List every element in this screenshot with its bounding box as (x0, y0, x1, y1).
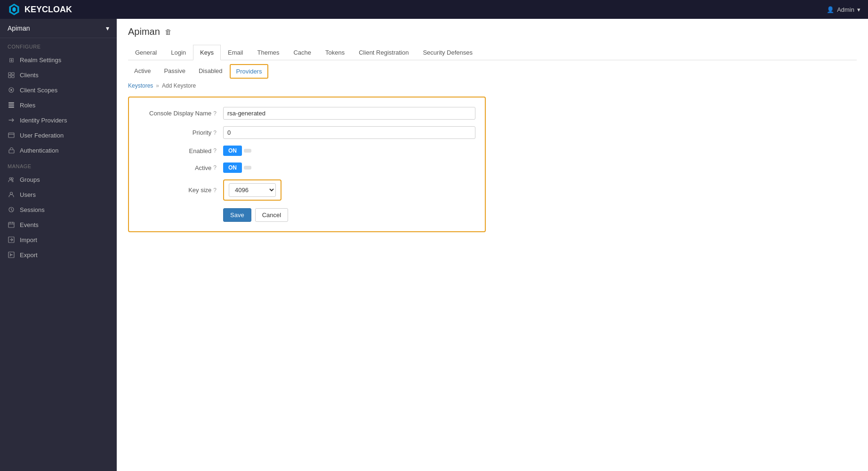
subtab-providers[interactable]: Providers (230, 64, 269, 79)
svg-rect-14 (9, 150, 14, 153)
main-layout: Apiman ▾ Configure ⊞ Realm Settings Clie… (0, 19, 868, 471)
sidebar-item-label: User Federation (20, 132, 64, 139)
key-size-label: Key size ? (138, 187, 223, 194)
sidebar-item-sessions[interactable]: Sessions (0, 202, 117, 217)
tab-cache[interactable]: Cache (286, 45, 318, 60)
user-icon (8, 191, 15, 198)
export-icon (8, 251, 15, 259)
import-icon (8, 236, 15, 244)
tabs-row: General Login Keys Email Themes Cache To… (128, 45, 857, 60)
svg-rect-4 (12, 73, 14, 75)
sidebar-item-realm-settings[interactable]: ⊞ Realm Settings (0, 52, 117, 67)
tab-themes[interactable]: Themes (250, 45, 286, 60)
sidebar-item-label: Client Scopes (20, 87, 57, 94)
manage-section-title: Manage (0, 158, 117, 172)
tab-login[interactable]: Login (164, 45, 193, 60)
sidebar-item-label: Export (20, 252, 38, 259)
sidebar-item-label: Realm Settings (20, 57, 61, 64)
svg-point-16 (11, 178, 13, 179)
enabled-row: Enabled ? ON (138, 146, 475, 156)
sidebar-item-identity-providers[interactable]: Identity Providers (0, 113, 117, 128)
subtabs-row: Active Passive Disabled Providers (128, 64, 857, 79)
groups-icon (8, 176, 15, 183)
sidebar-item-clients[interactable]: Clients (0, 67, 117, 82)
content-inner: Apiman 🗑 General Login Keys Email Themes… (117, 19, 868, 240)
sidebar-item-label: Authentication (20, 147, 58, 154)
enabled-label: Enabled ? (138, 147, 223, 154)
enabled-toggle-on-button[interactable]: ON (223, 146, 242, 156)
sidebar-item-client-scopes[interactable]: Client Scopes (0, 82, 117, 97)
grid-icon: ⊞ (8, 56, 15, 64)
identity-providers-icon (8, 116, 15, 124)
sidebar-item-label: Import (20, 236, 37, 244)
keycloak-logo-icon (8, 3, 21, 16)
sidebar: Apiman ▾ Configure ⊞ Realm Settings Clie… (0, 19, 117, 471)
svg-rect-5 (8, 75, 11, 78)
brand-text: KEYCLOAK (24, 5, 72, 15)
active-toggle-wrap: ON (223, 162, 251, 173)
tab-security-defenses[interactable]: Security Defenses (416, 45, 480, 60)
svg-rect-12 (8, 133, 14, 138)
sidebar-item-label: Sessions (20, 206, 45, 213)
tab-client-registration[interactable]: Client Registration (352, 45, 416, 60)
key-size-select-wrap: 1024 2048 4096 (223, 179, 281, 201)
user-menu[interactable]: 👤 Admin ▾ (827, 6, 860, 13)
priority-label: Priority ? (138, 129, 223, 136)
subtab-passive[interactable]: Passive (158, 64, 192, 79)
enabled-toggle-wrap: ON (223, 146, 251, 156)
svg-rect-19 (8, 222, 14, 227)
key-size-help-icon[interactable]: ? (213, 187, 217, 194)
tab-keys[interactable]: Keys (193, 45, 221, 60)
realm-selector[interactable]: Apiman ▾ (0, 19, 117, 38)
active-toggle-off-button[interactable] (244, 166, 251, 170)
sidebar-item-label: Users (20, 191, 36, 198)
tab-tokens[interactable]: Tokens (318, 45, 352, 60)
sidebar-item-authentication[interactable]: Authentication (0, 143, 117, 158)
delete-realm-button[interactable]: 🗑 (165, 28, 172, 36)
keystore-form: Console Display Name ? Priority ? (128, 97, 486, 232)
lock-icon (8, 146, 15, 154)
active-toggle-on-button[interactable]: ON (223, 162, 242, 173)
sidebar-item-user-federation[interactable]: User Federation (0, 128, 117, 143)
save-button[interactable]: Save (223, 208, 251, 222)
sidebar-item-events[interactable]: Events (0, 217, 117, 232)
user-icon: 👤 (827, 6, 834, 13)
priority-row: Priority ? (138, 126, 475, 139)
form-actions: Save Cancel (138, 208, 475, 222)
breadcrumb: Keystores » Add Keystore (128, 82, 857, 89)
sidebar-item-groups[interactable]: Groups (0, 172, 117, 187)
sidebar-item-label: Roles (20, 102, 35, 109)
sidebar-item-export[interactable]: Export (0, 247, 117, 262)
console-display-name-input[interactable] (223, 107, 475, 120)
key-size-select[interactable]: 1024 2048 4096 (229, 183, 276, 197)
subtab-disabled[interactable]: Disabled (193, 64, 229, 79)
priority-help-icon[interactable]: ? (213, 130, 217, 136)
tab-general[interactable]: General (128, 45, 164, 60)
cancel-button[interactable]: Cancel (255, 208, 288, 222)
tab-email[interactable]: Email (221, 45, 250, 60)
enabled-help-icon[interactable]: ? (213, 147, 217, 154)
svg-rect-9 (8, 102, 14, 104)
page-title: Apiman (128, 26, 160, 37)
roles-icon (8, 101, 15, 109)
clock-icon (8, 206, 15, 213)
sidebar-item-roles[interactable]: Roles (0, 97, 117, 113)
subtab-active[interactable]: Active (128, 64, 157, 79)
breadcrumb-current: Add Keystore (162, 82, 196, 89)
breadcrumb-parent-link[interactable]: Keystores (128, 82, 153, 89)
console-display-name-help-icon[interactable]: ? (213, 110, 217, 117)
user-federation-icon (8, 131, 15, 139)
svg-rect-11 (8, 106, 14, 108)
enabled-toggle-off-button[interactable] (244, 149, 251, 153)
clients-icon (8, 71, 15, 79)
sidebar-item-users[interactable]: Users (0, 187, 117, 202)
user-chevron-icon: ▾ (857, 6, 860, 13)
sidebar-item-label: Clients (20, 72, 39, 79)
navbar-brand: KEYCLOAK (8, 3, 72, 16)
active-help-icon[interactable]: ? (213, 164, 217, 171)
breadcrumb-separator: » (156, 82, 159, 89)
console-display-name-row: Console Display Name ? (138, 107, 475, 120)
priority-input[interactable] (223, 126, 475, 139)
page-title-row: Apiman 🗑 (128, 26, 857, 37)
sidebar-item-import[interactable]: Import (0, 232, 117, 247)
